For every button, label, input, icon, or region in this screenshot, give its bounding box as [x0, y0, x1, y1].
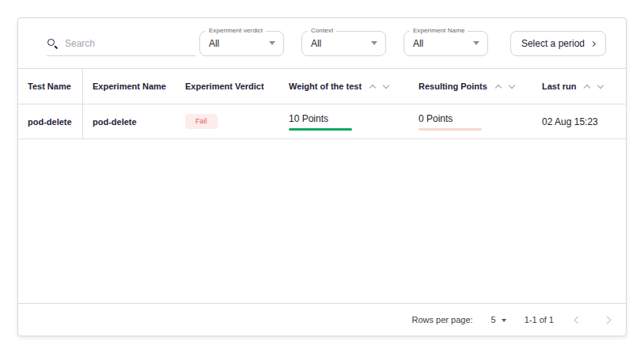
resulting-progress-bar — [419, 128, 482, 131]
column-header-label: Experiment Name — [93, 82, 166, 91]
chevron-down-icon — [502, 319, 506, 322]
dropdown-label: Experiment verdict — [206, 27, 266, 34]
sort-down-icon[interactable] — [383, 82, 389, 89]
rows-per-page-label: Rows per page: — [412, 315, 473, 324]
sort-controls — [496, 82, 514, 90]
resulting-points-cell: 0 Points — [409, 104, 523, 138]
rows-per-page-select[interactable]: 5 — [491, 315, 506, 324]
experiments-results-card: Experiment verdict All Context All Exper… — [17, 17, 627, 336]
column-header-resulting-points: Resulting Points — [409, 69, 523, 104]
column-header-label: Experiment Verdict — [185, 82, 264, 91]
search-input[interactable] — [65, 38, 195, 49]
resulting-points-value: 0 Points — [419, 113, 482, 124]
chevron-right-icon[interactable] — [604, 316, 612, 324]
pagination-range-label: 1-1 of 1 — [525, 315, 554, 324]
filter-dropdown-group: Experiment verdict All Context All Exper… — [199, 31, 488, 56]
sort-controls — [585, 82, 603, 90]
column-header-experiment-name: Experiment Name — [83, 69, 176, 104]
last-run-cell: 02 Aug 15:23 — [523, 104, 626, 138]
table-row[interactable]: pod-delete pod-delete Fail 10 Points 0 P… — [18, 104, 626, 139]
chevron-left-icon[interactable] — [574, 316, 582, 324]
sort-up-icon[interactable] — [584, 85, 590, 91]
dropdown-value: All — [413, 38, 423, 49]
column-header-last-run: Last run — [523, 69, 626, 104]
column-header-label: Test Name — [28, 82, 71, 91]
column-header-label: Last run — [542, 82, 576, 91]
weight-cell: 10 Points — [279, 104, 409, 138]
experiment-name-value: pod-delete — [93, 117, 137, 127]
chevron-right-icon — [590, 40, 596, 46]
experiment-name-dropdown[interactable]: Experiment Name All — [403, 31, 488, 56]
pagination-arrows — [575, 317, 610, 323]
table-empty-area — [18, 139, 626, 303]
sort-down-icon[interactable] — [597, 82, 604, 89]
experiment-verdict-dropdown[interactable]: Experiment verdict All — [199, 31, 284, 56]
test-name-cell: pod-delete — [18, 104, 83, 138]
weight-value: 10 Points — [289, 113, 352, 124]
dropdown-label: Experiment Name — [410, 27, 468, 34]
chevron-down-icon — [269, 41, 275, 45]
rows-per-page-value: 5 — [491, 315, 496, 324]
dropdown-value: All — [311, 38, 321, 49]
column-header-experiment-verdict: Experiment Verdict — [176, 69, 279, 104]
experiment-verdict-cell: Fail — [176, 104, 279, 138]
dropdown-value: All — [209, 38, 219, 49]
dropdown-label: Context — [308, 27, 336, 34]
sort-up-icon[interactable] — [495, 85, 502, 91]
weight-points: 10 Points — [289, 113, 352, 131]
experiment-name-cell: pod-delete — [83, 104, 176, 138]
column-header-test-name: Test Name — [18, 69, 83, 104]
chevron-down-icon — [371, 41, 377, 45]
sort-down-icon[interactable] — [509, 82, 515, 89]
chevron-down-icon — [473, 41, 479, 45]
sort-controls — [370, 82, 388, 90]
column-header-label: Weight of the test — [289, 82, 362, 91]
select-period-button[interactable]: Select a period — [510, 31, 606, 56]
weight-progress-bar — [289, 128, 352, 131]
search-box[interactable] — [47, 36, 195, 56]
filter-bar: Experiment verdict All Context All Exper… — [18, 18, 626, 69]
table-header-row: Test Name Experiment Name Experiment Ver… — [18, 69, 626, 104]
search-icon — [47, 38, 58, 49]
context-dropdown[interactable]: Context All — [301, 31, 386, 56]
last-run-value: 02 Aug 15:23 — [542, 116, 598, 127]
verdict-badge: Fail — [185, 114, 218, 129]
sort-up-icon[interactable] — [369, 85, 376, 91]
column-header-label: Resulting Points — [419, 82, 487, 91]
column-header-weight: Weight of the test — [279, 69, 409, 104]
pagination-footer: Rows per page: 5 1-1 of 1 — [18, 303, 626, 336]
select-period-label: Select a period — [521, 38, 585, 49]
test-name-value: pod-delete — [28, 117, 72, 127]
resulting-points: 0 Points — [419, 113, 482, 131]
